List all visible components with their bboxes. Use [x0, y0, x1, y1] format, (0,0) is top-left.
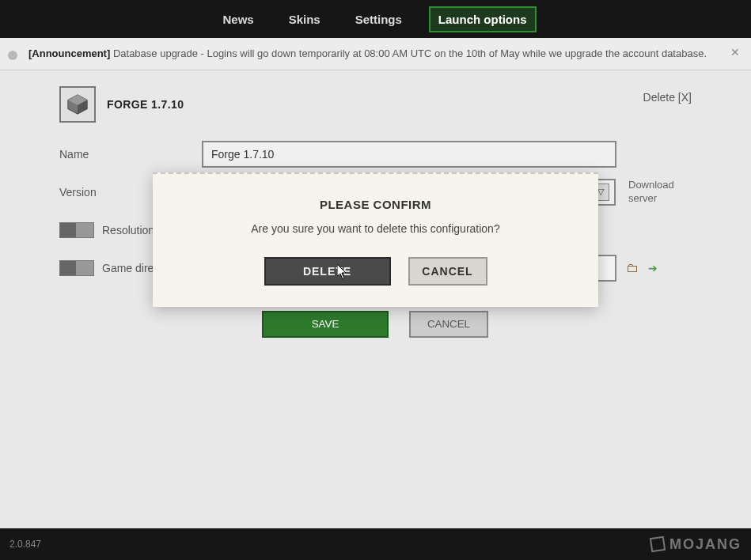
version-text: 2.0.847: [9, 539, 41, 550]
profile-title: FORGE 1.7.10: [107, 98, 184, 111]
modal-title: PLEASE CONFIRM: [320, 198, 431, 211]
modal-buttons: DELETE CANCEL: [264, 257, 487, 286]
announcement-bar: [Announcement] Database upgrade - Logins…: [0, 38, 751, 70]
name-input[interactable]: [202, 141, 616, 168]
confirm-modal: PLEASE CONFIRM Are you sure you want to …: [153, 172, 598, 307]
profile-header: FORGE 1.7.10: [59, 86, 692, 123]
resolution-toggle[interactable]: [59, 222, 94, 238]
announcement-icon: [8, 51, 17, 60]
brand-icon: [650, 536, 666, 552]
modal-text: Are you sure you want to delete this con…: [251, 222, 499, 235]
announcement-label: [Announcement]: [28, 47, 110, 59]
action-row: SAVE CANCEL: [262, 311, 692, 338]
tab-skins[interactable]: Skins: [281, 6, 328, 32]
profile-icon: [59, 86, 96, 123]
cancel-button-main[interactable]: CANCEL: [409, 311, 488, 338]
row-name: Name: [59, 140, 692, 168]
cancel-button[interactable]: CANCEL: [408, 257, 487, 286]
delete-button[interactable]: DELETE: [264, 257, 391, 286]
arrow-right-icon[interactable]: ➔: [648, 262, 658, 274]
announcement-text: Database upgrade - Logins will go down t…: [113, 47, 707, 59]
folder-icon[interactable]: 🗀: [626, 261, 639, 275]
brand-text: MOJANG: [669, 536, 742, 553]
close-icon[interactable]: ✕: [730, 44, 740, 61]
name-label: Name: [59, 148, 202, 161]
save-button[interactable]: SAVE: [262, 311, 389, 338]
footer: 2.0.847 MOJANG: [0, 528, 751, 560]
top-nav: News Skins Settings Launch options: [0, 0, 751, 38]
gamedir-toggle[interactable]: [59, 260, 94, 276]
gamedir-label: Game direc: [102, 262, 159, 274]
tab-settings[interactable]: Settings: [347, 6, 410, 32]
delete-link[interactable]: Delete [X]: [643, 91, 692, 104]
brand-logo: MOJANG: [650, 536, 742, 553]
block-icon: [66, 93, 89, 116]
download-server-link[interactable]: Download server: [628, 179, 692, 206]
tab-launch-options[interactable]: Launch options: [429, 6, 537, 32]
tab-news[interactable]: News: [214, 6, 261, 32]
resolution-label: Resolution: [102, 224, 154, 236]
